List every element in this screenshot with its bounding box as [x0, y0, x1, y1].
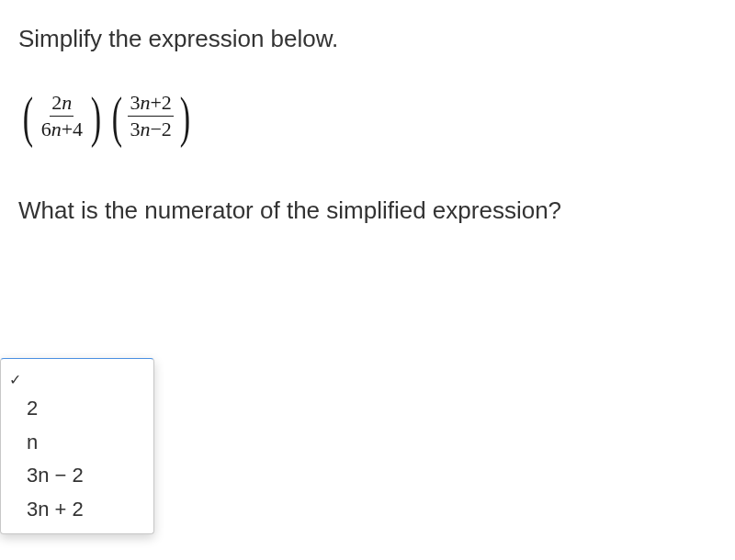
fraction-1-numerator: 2n	[50, 91, 74, 117]
dropdown-option-blank[interactable]	[1, 364, 153, 392]
right-paren-2: )	[179, 88, 189, 145]
fraction-1-denominator: 6n+4	[40, 117, 85, 141]
right-paren-1: )	[91, 88, 101, 145]
dropdown-option-3n-minus-2[interactable]: 3n − 2	[1, 459, 153, 493]
fraction-2: 3n+2 3n−2	[128, 91, 173, 142]
dropdown-option-n[interactable]: n	[1, 426, 153, 460]
prompt-text: Simplify the expression below.	[18, 24, 717, 55]
fraction-2-numerator: 3n+2	[128, 91, 173, 117]
dropdown-option-2[interactable]: 2	[1, 392, 153, 426]
answer-dropdown[interactable]: 2 n 3n − 2 3n + 2	[0, 358, 154, 534]
question-text: What is the numerator of the simplified …	[18, 196, 717, 225]
dropdown-option-3n-plus-2[interactable]: 3n + 2	[1, 493, 153, 527]
fraction-1: 2n 6n+4	[40, 91, 85, 142]
left-paren-1: (	[23, 88, 33, 145]
fraction-2-denominator: 3n−2	[128, 117, 173, 141]
math-expression: ( 2n 6n+4 ) ( 3n+2 3n−2 )	[18, 88, 717, 145]
left-paren-2: (	[111, 88, 121, 145]
